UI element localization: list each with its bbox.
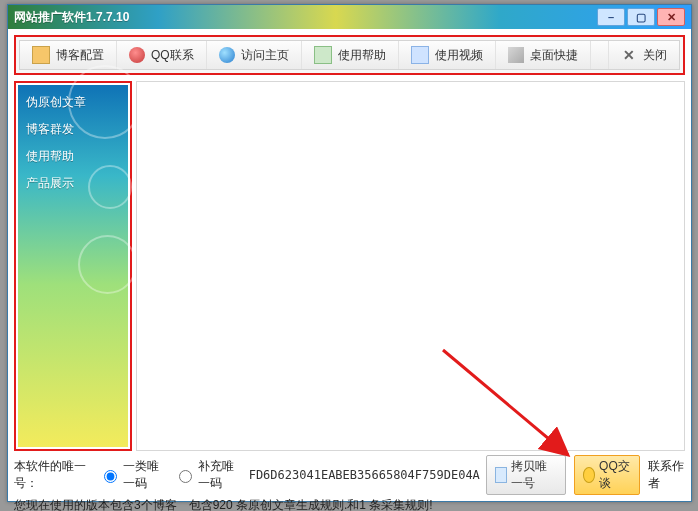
sidebar-item-product-show[interactable]: 产品展示 (20, 170, 126, 197)
radio-type1-label: 一类唯一码 (123, 458, 168, 492)
sidebar-item-help[interactable]: 使用帮助 (20, 143, 126, 170)
sidebar: 伪原创文章 博客群发 使用帮助 产品展示 (18, 85, 128, 447)
maximize-button[interactable]: ▢ (627, 8, 655, 26)
footer-actions: 拷贝唯一号 QQ交谈 联系作者 (486, 455, 685, 495)
blog-config-icon (32, 46, 50, 64)
help-button[interactable]: 使用帮助 (302, 41, 399, 69)
contact-author-link[interactable]: 联系作者 (648, 458, 685, 492)
sidebar-highlight-box: 伪原创文章 博客群发 使用帮助 产品展示 (14, 81, 132, 451)
toolbar-label: 桌面快捷 (530, 47, 578, 64)
toolbar: 博客配置 QQ联系 访问主页 使用帮助 使用视频 (19, 40, 680, 70)
window-close-button[interactable]: ✕ (657, 8, 685, 26)
copy-code-button[interactable]: 拷贝唯一号 (486, 455, 566, 495)
qq-contact-icon (129, 47, 145, 63)
footer: 本软件的唯一号： 一类唯一码 补充唯一码 FD6D623041EABEB3566… (14, 455, 685, 511)
visit-homepage-button[interactable]: 访问主页 (207, 41, 302, 69)
radio-type2-label: 补充唯一码 (198, 458, 243, 492)
desktop-shortcut-button[interactable]: 桌面快捷 (496, 41, 591, 69)
unique-code-value: FD6D623041EABEB35665804F759DE04A (249, 468, 480, 482)
toolbar-label: 使用帮助 (338, 47, 386, 64)
toolbar-label: 访问主页 (241, 47, 289, 64)
video-icon (411, 46, 429, 64)
qq-contact-button[interactable]: QQ联系 (117, 41, 207, 69)
sidebar-menu: 伪原创文章 博客群发 使用帮助 产品展示 (18, 85, 128, 201)
sidebar-item-label: 博客群发 (26, 122, 74, 136)
sidebar-item-blog-broadcast[interactable]: 博客群发 (20, 116, 126, 143)
window-controls: – ▢ ✕ (597, 8, 685, 26)
sidebar-item-label: 伪原创文章 (26, 95, 86, 109)
toolbar-close-label: 关闭 (643, 47, 667, 64)
help-icon (314, 46, 332, 64)
video-button[interactable]: 使用视频 (399, 41, 496, 69)
toolbar-close-button[interactable]: ✕ 关闭 (608, 41, 679, 69)
window-title: 网站推广软件1.7.7.10 (14, 9, 597, 26)
qq-chat-button[interactable]: QQ交谈 (574, 455, 640, 495)
globe-icon (219, 47, 235, 63)
sidebar-item-label: 产品展示 (26, 176, 74, 190)
titlebar: 网站推广软件1.7.7.10 – ▢ ✕ (8, 5, 691, 29)
radio-type2[interactable]: 补充唯一码 (174, 458, 243, 492)
copy-icon (495, 467, 508, 483)
main-body: 伪原创文章 博客群发 使用帮助 产品展示 (14, 81, 685, 451)
sidebar-item-pseudo-original[interactable]: 伪原创文章 (20, 89, 126, 116)
radio-type1[interactable]: 一类唯一码 (99, 458, 168, 492)
toolbar-spacer (591, 41, 608, 69)
copy-code-label: 拷贝唯一号 (511, 458, 556, 492)
content-area (136, 81, 685, 451)
close-icon: ✕ (621, 47, 637, 63)
toolbar-label: QQ联系 (151, 47, 194, 64)
desktop-shortcut-icon (508, 47, 524, 63)
unique-code-label: 本软件的唯一号： (14, 458, 93, 492)
qq-chat-label: QQ交谈 (599, 458, 631, 492)
status-text: 您现在使用的版本包含3个博客 包含920 条原创文章生成规则.和1 条采集规则! (14, 497, 433, 512)
radio-type1-input[interactable] (104, 470, 117, 483)
app-window: 网站推广软件1.7.7.10 – ▢ ✕ 博客配置 QQ联系 访问主页 (7, 4, 692, 502)
toolbar-label: 使用视频 (435, 47, 483, 64)
toolbar-label: 博客配置 (56, 47, 104, 64)
minimize-button[interactable]: – (597, 8, 625, 26)
radio-type2-input[interactable] (179, 470, 192, 483)
sidebar-item-label: 使用帮助 (26, 149, 74, 163)
qq-chat-icon (583, 467, 595, 483)
